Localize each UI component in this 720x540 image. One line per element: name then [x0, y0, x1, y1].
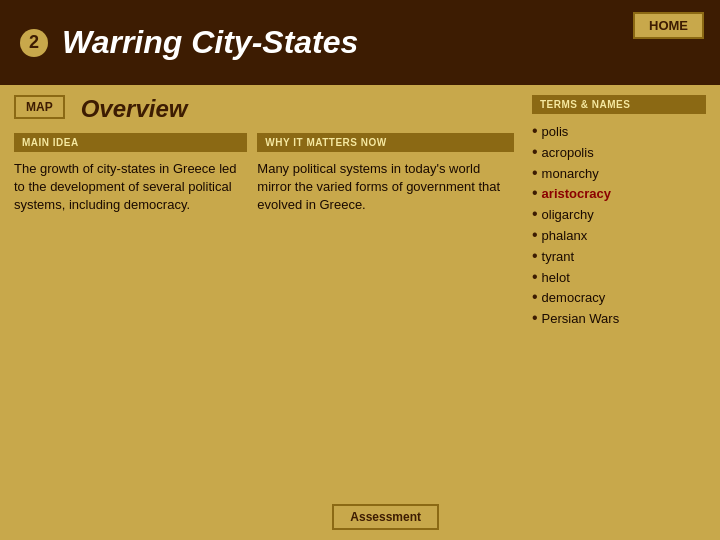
overview-title: Overview: [81, 95, 188, 123]
assessment-button[interactable]: Assessment: [332, 504, 439, 530]
header-bar: 2 Warring City-States HOME: [0, 0, 720, 85]
why-matters-label: WHY IT MATTERS NOW: [257, 133, 514, 152]
term-item[interactable]: •Persian Wars: [532, 309, 706, 330]
term-item[interactable]: •oligarchy: [532, 205, 706, 226]
term-item[interactable]: •monarchy: [532, 164, 706, 185]
why-matters-body: Many political systems in today's world …: [257, 160, 514, 215]
term-bullet-icon: •: [532, 289, 538, 305]
main-idea-label: MAIN IDEA: [14, 133, 247, 152]
main-idea-body: The growth of city-states in Greece led …: [14, 160, 247, 215]
term-item[interactable]: •tyrant: [532, 247, 706, 268]
term-bullet-icon: •: [532, 269, 538, 285]
chapter-number: 2: [20, 29, 48, 57]
term-item[interactable]: •acropolis: [532, 143, 706, 164]
term-bullet-icon: •: [532, 165, 538, 181]
term-label: phalanx: [542, 226, 588, 247]
home-button[interactable]: HOME: [633, 12, 704, 39]
term-bullet-icon: •: [532, 185, 538, 201]
term-item[interactable]: •democracy: [532, 288, 706, 309]
page-title: Warring City-States: [62, 24, 358, 61]
term-item[interactable]: •aristocracy: [532, 184, 706, 205]
terms-panel: TERMS & NAMES •polis•acropolis•monarchy•…: [526, 95, 706, 530]
term-label: Persian Wars: [542, 309, 620, 330]
map-button[interactable]: MAP: [14, 95, 65, 119]
term-item[interactable]: •polis: [532, 122, 706, 143]
two-col-section: MAIN IDEA The growth of city-states in G…: [14, 133, 514, 530]
term-bullet-icon: •: [532, 144, 538, 160]
term-bullet-icon: •: [532, 206, 538, 222]
term-bullet-icon: •: [532, 310, 538, 326]
term-label: tyrant: [542, 247, 575, 268]
term-label: polis: [542, 122, 569, 143]
terms-list: •polis•acropolis•monarchy•aristocracy•ol…: [532, 122, 706, 330]
term-bullet-icon: •: [532, 227, 538, 243]
term-label: monarchy: [542, 164, 599, 185]
term-bullet-icon: •: [532, 123, 538, 139]
term-item[interactable]: •helot: [532, 268, 706, 289]
main-idea-column: MAIN IDEA The growth of city-states in G…: [14, 133, 247, 530]
term-label: democracy: [542, 288, 606, 309]
term-label: oligarchy: [542, 205, 594, 226]
term-label: aristocracy: [542, 184, 611, 205]
term-item[interactable]: •phalanx: [532, 226, 706, 247]
left-panel: MAP Overview MAIN IDEA The growth of cit…: [14, 95, 514, 530]
terms-header: TERMS & NAMES: [532, 95, 706, 114]
term-label: acropolis: [542, 143, 594, 164]
why-matters-column: WHY IT MATTERS NOW Many political system…: [257, 133, 514, 530]
term-bullet-icon: •: [532, 248, 538, 264]
term-label: helot: [542, 268, 570, 289]
assessment-area: Assessment: [257, 496, 514, 530]
content-area: MAP Overview MAIN IDEA The growth of cit…: [0, 85, 720, 540]
